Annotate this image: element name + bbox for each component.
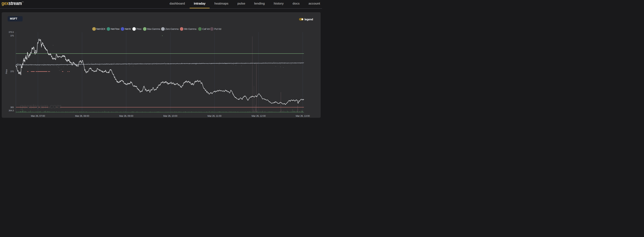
svg-text:364.3: 364.3 (8, 109, 14, 112)
svg-text:Mar 26, 13:00: Mar 26, 13:00 (296, 115, 310, 117)
svg-text:Mar 26, 12:00: Mar 26, 12:00 (252, 115, 266, 117)
svg-text:Mar 26, 11:00: Mar 26, 11:00 (208, 115, 222, 117)
svg-text:370: 370 (10, 70, 14, 72)
svg-text:Mar 26, 08:00: Mar 26, 08:00 (75, 115, 89, 117)
svg-text:Mar 26, 09:00: Mar 26, 09:00 (119, 115, 133, 117)
svg-text:Mar 26, 10:00: Mar 26, 10:00 (164, 115, 178, 117)
svg-text:gexstream.com: gexstream.com (20, 103, 62, 110)
svg-text:365: 365 (10, 106, 14, 108)
svg-text:375.5: 375.5 (8, 31, 14, 33)
svg-text:Price: Price (5, 69, 8, 74)
svg-text:375: 375 (10, 34, 14, 37)
svg-text:Mar 26, 07:00: Mar 26, 07:00 (31, 115, 45, 117)
